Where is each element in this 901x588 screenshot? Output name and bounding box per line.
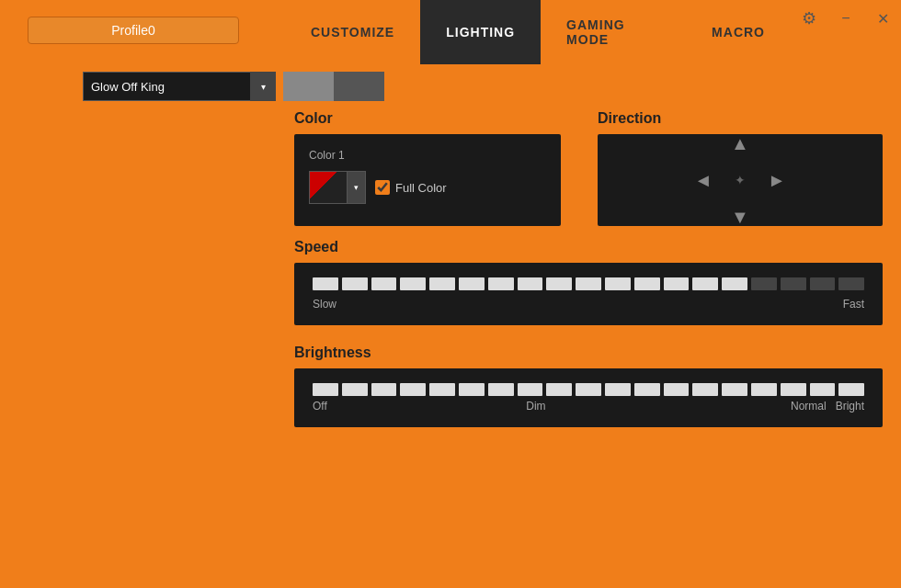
gear-icon: ⚙ bbox=[802, 8, 816, 28]
full-color-checkbox-label[interactable]: Full Color bbox=[375, 180, 447, 195]
brightness-segment-12 bbox=[664, 383, 690, 396]
speed-segment-15 bbox=[751, 277, 777, 290]
speed-segment-17 bbox=[810, 277, 836, 290]
color-box: Color 1 ▾ Full Color bbox=[294, 134, 561, 226]
speed-section: Speed Slow Fast bbox=[294, 239, 883, 325]
speed-segment-9 bbox=[576, 277, 601, 290]
main-content: Color Color 1 ▾ Full Color Direction ▲ bbox=[294, 110, 883, 570]
brightness-segment-11 bbox=[634, 383, 660, 396]
speed-segment-1 bbox=[342, 277, 368, 290]
speed-segment-6 bbox=[488, 277, 514, 290]
minimize-icon: − bbox=[841, 10, 850, 27]
nav-bar: CUSTOMIZE LIGHTING GAMING MODE MACRO bbox=[285, 0, 791, 64]
gear-button[interactable]: ⚙ bbox=[791, 0, 827, 37]
color-swatch[interactable] bbox=[309, 171, 348, 204]
speed-segment-14 bbox=[722, 277, 747, 290]
speed-slow-label: Slow bbox=[313, 298, 336, 311]
sub-tab-2[interactable] bbox=[334, 72, 384, 101]
brightness-segment-8 bbox=[546, 383, 572, 396]
dir-empty-tr bbox=[760, 127, 793, 160]
speed-segment-3 bbox=[400, 277, 426, 290]
minimize-button[interactable]: − bbox=[827, 0, 864, 37]
color-1-label: Color 1 bbox=[309, 149, 546, 162]
close-icon: ✕ bbox=[877, 10, 889, 28]
brightness-labels: Off Dim Normal Bright bbox=[313, 400, 864, 413]
speed-slider-labels: Slow Fast bbox=[313, 298, 864, 311]
speed-fast-label: Fast bbox=[843, 298, 864, 311]
brightness-segment-10 bbox=[605, 383, 631, 396]
effect-dropdown-wrapper: Glow Off King Static Breathing Wave Reac… bbox=[83, 72, 276, 101]
sub-tab-buttons bbox=[283, 72, 384, 101]
brightness-segment-15 bbox=[751, 383, 777, 396]
brightness-section: Brightness Off Dim Normal Bright bbox=[294, 345, 883, 427]
brightness-segment-0 bbox=[313, 383, 338, 396]
effect-dropdown[interactable]: Glow Off King Static Breathing Wave Reac… bbox=[83, 72, 276, 101]
speed-segment-7 bbox=[518, 277, 543, 290]
color-section: Color Color 1 ▾ Full Color bbox=[294, 110, 561, 226]
brightness-segment-1 bbox=[342, 383, 368, 396]
speed-segment-5 bbox=[459, 277, 485, 290]
sub-tab-1[interactable] bbox=[283, 72, 334, 101]
brightness-segment-9 bbox=[576, 383, 601, 396]
tab-customize[interactable]: CUSTOMIZE bbox=[285, 0, 420, 64]
brightness-segment-17 bbox=[810, 383, 836, 396]
brightness-segment-14 bbox=[722, 383, 747, 396]
dir-center: ✦ bbox=[724, 164, 757, 197]
speed-segment-12 bbox=[664, 277, 690, 290]
brightness-box: Off Dim Normal Bright bbox=[294, 368, 883, 427]
speed-segment-18 bbox=[838, 277, 864, 290]
speed-segment-0 bbox=[313, 277, 338, 290]
speed-box: Slow Fast bbox=[294, 263, 883, 325]
tab-gaming-mode[interactable]: GAMING MODE bbox=[541, 0, 686, 64]
speed-segment-10 bbox=[605, 277, 631, 290]
profile-button[interactable]: Profile0 bbox=[28, 17, 239, 44]
brightness-segment-16 bbox=[781, 383, 806, 396]
speed-slider-track[interactable] bbox=[313, 277, 864, 290]
dir-empty-bl bbox=[687, 200, 720, 233]
brightness-slider-track[interactable] bbox=[313, 383, 864, 396]
dir-up-button[interactable]: ▲ bbox=[724, 127, 757, 160]
full-color-label: Full Color bbox=[395, 181, 447, 195]
speed-segment-8 bbox=[546, 277, 572, 290]
dir-right-button[interactable]: ► bbox=[760, 164, 793, 197]
direction-section: Direction ▲ ◄ ✦ ► ▼ bbox=[598, 110, 883, 226]
direction-box: ▲ ◄ ✦ ► ▼ bbox=[598, 134, 883, 226]
swatch-dropdown-arrow[interactable]: ▾ bbox=[348, 171, 366, 204]
dropdown-row: Glow Off King Static Breathing Wave Reac… bbox=[83, 72, 384, 101]
dir-empty-br bbox=[760, 200, 793, 233]
brightness-segment-4 bbox=[429, 383, 455, 396]
close-button[interactable]: ✕ bbox=[864, 0, 901, 37]
speed-section-label: Speed bbox=[294, 239, 883, 255]
brightness-segment-18 bbox=[838, 383, 864, 396]
profile-label: Profile0 bbox=[111, 23, 154, 38]
direction-arrows: ▲ ◄ ✦ ► ▼ bbox=[685, 125, 795, 235]
dir-down-button[interactable]: ▼ bbox=[724, 200, 757, 233]
brightness-section-label: Brightness bbox=[294, 345, 883, 361]
dir-left-button[interactable]: ◄ bbox=[687, 164, 720, 197]
speed-segment-11 bbox=[634, 277, 660, 290]
dir-empty-tl bbox=[687, 127, 720, 160]
color-picker-row: ▾ Full Color bbox=[309, 171, 546, 204]
color-section-label: Color bbox=[294, 110, 561, 127]
brightness-segment-5 bbox=[459, 383, 485, 396]
tab-lighting[interactable]: LIGHTING bbox=[420, 0, 541, 64]
speed-segment-13 bbox=[692, 277, 718, 290]
brightness-segment-2 bbox=[371, 383, 397, 396]
speed-segment-16 bbox=[781, 277, 806, 290]
window-controls: ⚙ − ✕ bbox=[791, 0, 901, 37]
full-color-checkbox[interactable] bbox=[375, 180, 390, 195]
brightness-bright-label: Bright bbox=[836, 400, 864, 413]
brightness-segment-3 bbox=[400, 383, 426, 396]
brightness-segment-6 bbox=[488, 383, 514, 396]
color-swatch-wrapper: ▾ bbox=[309, 171, 366, 204]
brightness-dim-label: Dim bbox=[526, 400, 545, 413]
speed-segment-2 bbox=[371, 277, 397, 290]
tab-macro[interactable]: MACRO bbox=[686, 0, 791, 64]
brightness-normal-label: Normal bbox=[791, 400, 827, 413]
brightness-segment-7 bbox=[518, 383, 543, 396]
brightness-segment-13 bbox=[692, 383, 718, 396]
brightness-off-label: Off bbox=[313, 400, 327, 413]
speed-segment-4 bbox=[429, 277, 455, 290]
